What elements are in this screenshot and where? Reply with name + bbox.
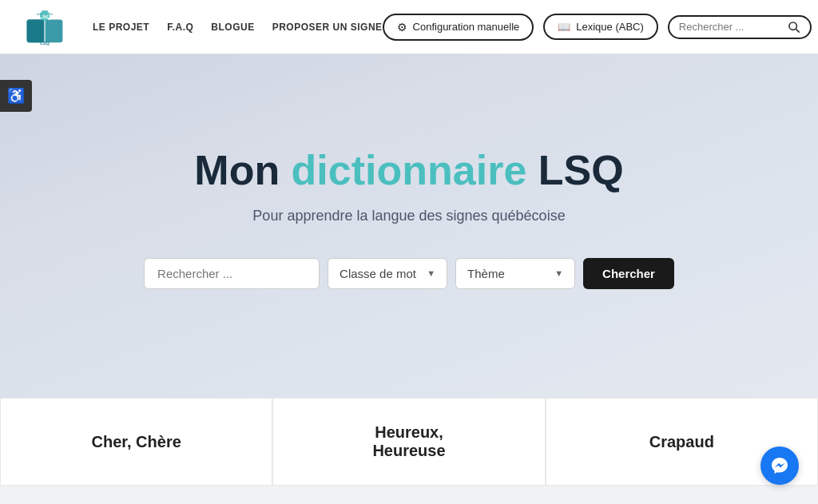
nav-blogue[interactable]: BLOGUE [211,22,254,33]
classe-de-mot-dropdown[interactable]: Classe de mot ▼ [328,258,447,289]
main-nav: LE PROJET F.A.Q BLOGUE PROPOSER UN SIGNE [93,22,383,33]
lexique-button[interactable]: Lexique (ABC) [543,14,658,40]
hero-title-part1: Mon [194,147,280,193]
accessibility-button[interactable]: ♿ [0,80,32,112]
search-button[interactable]: Chercher [583,258,674,289]
lexique-label: Lexique (ABC) [576,21,644,33]
header-search-button[interactable] [788,21,800,34]
site-logo: LSQ LSQ mon dictionnaire [19,6,70,48]
header-search-icon [788,21,800,34]
accessibility-icon: ♿ [7,87,25,105]
theme-dropdown[interactable]: Thème ▼ [455,258,575,289]
config-button[interactable]: Configuration manuelle [383,14,534,41]
hero-subtitle: Pour apprendre la langue des signes québ… [252,208,565,224]
hero-title-accent: dictionnaire [292,147,527,193]
theme-chevron-icon: ▼ [554,268,563,278]
messenger-icon [770,456,789,475]
header-search-bar [668,15,812,39]
nav-le-projet[interactable]: LE PROJET [93,22,149,33]
config-icon [397,21,407,34]
classe-chevron-icon: ▼ [427,268,435,278]
messenger-button[interactable] [760,446,799,485]
card-heureux[interactable]: Heureux, Heureuse [272,398,545,486]
hero-title: Mon dictionnaire LSQ [194,147,623,195]
card-cher-chere[interactable]: Cher, Chère [0,398,272,486]
card-cher-label: Cher, Chère [92,433,181,451]
hero-search-input[interactable] [144,258,320,289]
site-header: LSQ LSQ mon dictionnaire LE PROJET F.A.Q… [0,0,818,54]
hero-title-part2: LSQ [538,147,624,193]
card-heureux-label: Heureux, Heureuse [372,423,445,460]
card-crapaud-label: Crapaud [649,433,714,451]
classe-de-mot-label: Classe de mot [340,267,416,280]
theme-label: Thème [467,267,505,280]
config-label: Configuration manuelle [413,21,520,33]
nav-proposer[interactable]: PROPOSER UN SIGNE [272,22,383,33]
svg-line-9 [796,29,799,32]
nav-faq[interactable]: F.A.Q [167,22,193,33]
header-actions: Configuration manuelle Lexique (ABC) [383,14,812,41]
search-button-label: Chercher [602,267,655,280]
hero-section: Mon dictionnaire LSQ Pour apprendre la l… [0,54,818,398]
svg-rect-1 [27,19,45,42]
svg-point-8 [789,22,796,30]
hero-search-row: Classe de mot ▼ Thème ▼ Chercher [144,258,674,289]
svg-text:LSQ: LSQ [40,41,50,46]
lexique-icon [558,21,570,33]
logo-link[interactable]: LSQ LSQ mon dictionnaire [19,6,70,48]
svg-text:dictionnaire: dictionnaire [37,11,54,15]
cards-section: Cher, Chère Heureux, Heureuse Crapaud [0,398,818,486]
header-search-input[interactable] [679,21,788,33]
